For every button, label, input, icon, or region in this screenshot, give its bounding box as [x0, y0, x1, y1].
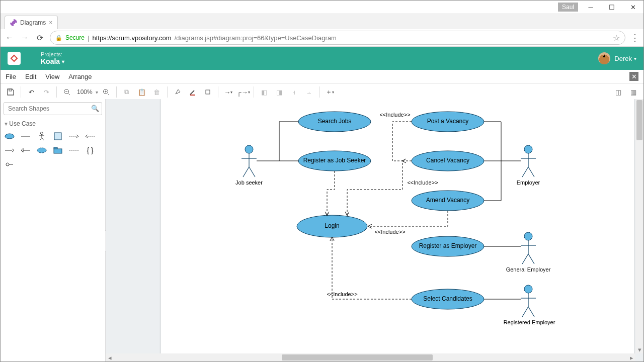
to-back-button[interactable]: ◨: [272, 85, 286, 99]
browser-toolbar: ← → ⟳ 🔒 Secure | https://scrum.vpository…: [1, 29, 643, 47]
connector-style-button[interactable]: →▾: [221, 85, 235, 99]
shape-interface[interactable]: [4, 159, 16, 169]
shape-actor[interactable]: [36, 131, 48, 141]
shape-palette: { }: [1, 129, 105, 171]
align-button[interactable]: ⫞: [287, 85, 301, 99]
user-menu[interactable]: Derek▾: [614, 55, 636, 62]
undo-button[interactable]: ↶: [24, 85, 38, 99]
include-label: <<Include>>: [379, 112, 410, 118]
shape-realization[interactable]: [68, 145, 80, 155]
panel-close-button[interactable]: ✕: [629, 72, 638, 81]
svg-text:Register as Job Seeker: Register as Job Seeker: [303, 157, 366, 164]
zoom-level[interactable]: 100%: [75, 88, 95, 96]
chevron-down-icon: ▾: [62, 59, 64, 64]
browser-menu-button[interactable]: ⋮: [630, 32, 639, 43]
actor-general-employer[interactable]: General Employer: [506, 232, 551, 273]
assoc-jobseeker-search[interactable]: [279, 122, 298, 161]
app-toolbar: ↶ ↷ 100%▾ ⧉ 📋 🗑 →▾ ┌→▾ ◧ ◨ ⫞ ⫠ ＋▾ ◫ ▥: [1, 83, 643, 101]
url-host: https://scrum.vpository.com: [92, 34, 171, 42]
window-maximize-button[interactable]: ☐: [601, 1, 622, 14]
copy-button[interactable]: ⧉: [120, 85, 134, 99]
nav-forward-button[interactable]: →: [20, 33, 30, 42]
usecase-amend-vacancy[interactable]: Amend Vacancy: [412, 191, 484, 211]
usecase-select-candidates[interactable]: Select Candidates: [412, 289, 484, 309]
line-color-button[interactable]: [186, 85, 200, 99]
waypoint-style-button[interactable]: ┌→▾: [236, 85, 251, 99]
nav-back-button[interactable]: ←: [5, 33, 15, 42]
usecase-cancel-vacancy[interactable]: Cancel Vacancy: [412, 151, 484, 171]
shape-usecase[interactable]: [4, 131, 16, 141]
svg-line-17: [40, 138, 42, 140]
format-panel-button[interactable]: ▥: [626, 85, 640, 99]
shape-extend[interactable]: [68, 131, 80, 141]
svg-rect-26: [54, 147, 57, 149]
paste-button[interactable]: 📋: [135, 85, 149, 99]
shadow-button[interactable]: [201, 85, 215, 99]
usecase-post-vacancy[interactable]: Post a Vacancy: [412, 112, 484, 132]
include-label: <<Include>>: [407, 179, 438, 186]
browser-tab[interactable]: Diagrams ×: [5, 16, 58, 29]
search-shapes-input[interactable]: [4, 102, 102, 115]
project-picker[interactable]: Projects: Koala▾: [41, 51, 64, 65]
window-minimize-button[interactable]: ─: [580, 1, 601, 14]
palette-section-header[interactable]: Use Case: [1, 118, 105, 129]
shape-package[interactable]: [52, 145, 64, 155]
assoc-employer-post[interactable]: [484, 122, 501, 161]
distribute-button[interactable]: ⫠: [302, 85, 316, 99]
horizontal-scrollbar[interactable]: ◂▸: [106, 353, 635, 361]
address-bar[interactable]: 🔒 Secure | https://scrum.vpository.com/d…: [50, 31, 625, 45]
svg-point-24: [37, 148, 46, 153]
to-front-button[interactable]: ◧: [257, 85, 271, 99]
shape-association[interactable]: [20, 131, 32, 141]
nav-reload-button[interactable]: ⟳: [35, 33, 45, 43]
app-logo[interactable]: [8, 52, 21, 65]
window-close-button[interactable]: ✕: [622, 1, 643, 14]
svg-line-4: [68, 94, 70, 95]
include-register-login[interactable]: [327, 171, 335, 215]
zoom-in-button[interactable]: [99, 85, 113, 99]
shape-system[interactable]: [52, 131, 64, 141]
zoom-out-button[interactable]: [60, 85, 74, 99]
shape-generalization[interactable]: [20, 145, 32, 155]
svg-line-7: [108, 94, 109, 95]
actor-registered-employer[interactable]: Registered Employer: [504, 285, 555, 325]
secure-label: Secure: [65, 34, 85, 41]
tab-close-icon[interactable]: ×: [49, 19, 52, 26]
shapes-sidebar: 🔍 Use Case { }: [1, 99, 106, 361]
vertical-scrollbar[interactable]: ▴▾: [635, 99, 643, 353]
fill-color-button[interactable]: [171, 85, 185, 99]
svg-text:Post a Vacancy: Post a Vacancy: [427, 118, 469, 125]
save-button[interactable]: [4, 85, 18, 99]
shape-dependency[interactable]: [4, 145, 16, 155]
diagram-canvas[interactable]: Job seeker Employer: [161, 99, 634, 360]
usecase-search-jobs[interactable]: Search Jobs: [298, 112, 371, 132]
usecase-login[interactable]: Login: [297, 215, 367, 237]
svg-line-39: [522, 167, 528, 177]
add-button[interactable]: ＋▾: [323, 85, 337, 99]
shape-constraint[interactable]: { }: [84, 145, 96, 155]
include-label: <<Include>>: [374, 229, 405, 235]
usecase-register-employer[interactable]: Register as Employer: [412, 236, 484, 256]
bookmark-star-icon[interactable]: ☆: [613, 33, 620, 43]
shape-collaboration[interactable]: [36, 145, 48, 155]
menu-arrange[interactable]: Arrange: [68, 73, 92, 80]
assoc-employer-amend[interactable]: [484, 161, 501, 201]
include-select-login[interactable]: [332, 237, 412, 299]
actor-job-seeker[interactable]: Job seeker: [235, 145, 263, 186]
delete-button[interactable]: 🗑: [150, 85, 164, 99]
outline-panel-button[interactable]: ◫: [611, 85, 625, 99]
usecase-register-job-seeker[interactable]: Register as Job Seeker: [298, 151, 371, 171]
menu-edit[interactable]: Edit: [25, 73, 36, 80]
menu-file[interactable]: File: [6, 73, 16, 80]
svg-line-45: [522, 254, 528, 264]
shape-include[interactable]: [84, 131, 96, 141]
svg-line-18: [42, 138, 44, 140]
canvas-area[interactable]: Job seeker Employer: [106, 99, 643, 361]
svg-point-14: [41, 132, 43, 135]
svg-line-34: [249, 167, 255, 177]
actor-employer[interactable]: Employer: [517, 145, 540, 186]
user-avatar[interactable]: [598, 52, 610, 64]
include-amend-login[interactable]: [368, 211, 448, 226]
redo-button[interactable]: ↷: [39, 85, 53, 99]
menu-view[interactable]: View: [45, 73, 59, 80]
